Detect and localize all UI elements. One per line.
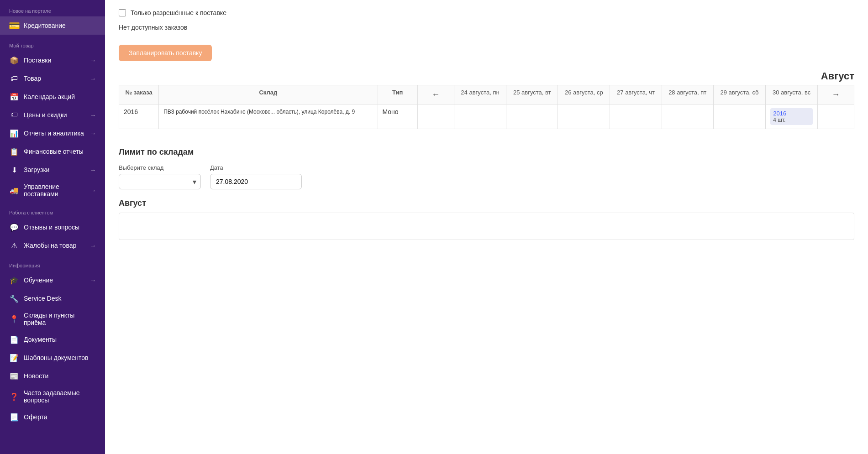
otchety-icon: 📊 <box>9 128 19 138</box>
dokumenty-icon: 📄 <box>9 334 19 344</box>
date-header-2: 26 августа, ср <box>558 85 610 104</box>
sidebar-item-label-upravlenie: Управление поставками <box>24 183 90 198</box>
zhaloby-arrow-icon: → <box>90 242 96 249</box>
calendar-wrapper: № заказа Склад Тип ← 24 августа, пн 25 а… <box>119 85 854 129</box>
main-content: Только разрешённые к поставке Нет доступ… <box>105 0 868 454</box>
calendar-month-title: Август <box>119 70 854 82</box>
sidebar-item-label-servicedesk: Service Desk <box>24 295 61 302</box>
tovar-arrow-icon: → <box>90 75 96 82</box>
filter-row: Только разрешённые к поставке <box>119 9 854 16</box>
sidebar-item-label-finansy: Финансовые отчеты <box>24 148 84 155</box>
finansy-icon: 📋 <box>9 146 19 157</box>
order-num-cell: 2016 <box>119 104 159 129</box>
obuchenie-arrow-icon: → <box>90 277 96 284</box>
sidebar-section-label: Мой товар <box>0 35 105 51</box>
otchety-arrow-icon: → <box>90 130 96 137</box>
date-cell-1 <box>506 104 558 129</box>
calendar-next-arrow-cell: → <box>818 85 854 104</box>
postavki-icon: 📦 <box>9 55 19 65</box>
sidebar-item-obuchenie[interactable]: 🎓Обучение→ <box>0 271 105 289</box>
sidebar-item-label-oferta: Оферта <box>24 413 47 421</box>
warehouse-field-group: Выберите склад ▾ <box>119 164 201 189</box>
warehouse-label: Выберите склад <box>119 164 201 171</box>
no-orders-message: Нет доступных заказов <box>119 24 854 31</box>
cell-order-ref: 2016 <box>773 110 810 117</box>
sidebar-item-label-obuchenie: Обучение <box>24 277 53 284</box>
date-header-3: 27 августа, чт <box>610 85 662 104</box>
limit-title: Лимит по складам <box>119 147 854 157</box>
date-cell-6: 20164 шт. <box>766 104 818 129</box>
date-cell-0 <box>454 104 506 129</box>
sidebar-section-label: Работа с клиентом <box>0 202 105 218</box>
row-arrow-placeholder <box>417 104 454 129</box>
sidebar-item-label-faq: Часто задаваемые вопросы <box>24 389 96 404</box>
august-section-title: Август <box>119 198 854 208</box>
sidebar-item-otchety[interactable]: 📊Отчеты и аналитика→ <box>0 124 105 142</box>
limit-section: Лимит по складам Выберите склад ▾ Дата А… <box>119 147 854 240</box>
col-header-warehouse: Склад <box>159 85 378 104</box>
calendar-prev-arrow-cell: ← <box>417 85 454 104</box>
schedule-delivery-button[interactable]: Запланировать поставку <box>119 45 212 61</box>
sidebar-item-sklady[interactable]: 📍Склады и пункты приёма <box>0 308 105 330</box>
sidebar-item-postavki[interactable]: 📦Поставки→ <box>0 51 105 69</box>
sidebar-item-dokumenty[interactable]: 📄Документы <box>0 330 105 349</box>
warehouse-cell: ПВЗ рабочий посёлок Нахабино (Московс...… <box>159 104 378 129</box>
calendar-next-button[interactable]: → <box>829 89 843 100</box>
sidebar-item-label-shablony: Шаблоны документов <box>24 354 89 361</box>
tseny-icon: 🏷 <box>9 110 19 120</box>
obuchenie-icon: 🎓 <box>9 275 19 285</box>
date-cell-5 <box>713 104 765 129</box>
delivery-calendar-table: № заказа Склад Тип ← 24 августа, пн 25 а… <box>119 85 854 129</box>
warehouse-select[interactable] <box>119 174 201 189</box>
sidebar-item-label-postavki: Поставки <box>24 57 51 64</box>
sidebar-item-otzvy[interactable]: 💬Отзывы и вопросы <box>0 218 105 236</box>
zhaloby-icon: ⚠ <box>9 240 19 250</box>
upravlenie-arrow-icon: → <box>90 187 96 194</box>
otzvy-icon: 💬 <box>9 222 19 232</box>
type-cell: Моно <box>378 104 417 129</box>
sidebar-item-kreditovanie[interactable]: 💳Кредитование <box>0 16 105 35</box>
sidebar-item-label-zagruzki: Загрузки <box>24 166 49 173</box>
date-label: Дата <box>210 164 302 171</box>
sidebar-item-label-tovar: Товар <box>24 75 41 82</box>
sidebar-item-label-tseny: Цены и скидки <box>24 111 67 119</box>
allowed-only-label: Только разрешённые к поставке <box>131 9 226 16</box>
col-header-type: Тип <box>378 85 417 104</box>
sidebar-item-label-novosti: Новости <box>24 372 48 380</box>
sidebar-item-kalendar[interactable]: 📅Календарь акций <box>0 88 105 106</box>
servicedesk-icon: 🔧 <box>9 293 19 303</box>
sidebar-item-label-kalendar: Календарь акций <box>24 93 75 100</box>
date-header-6: 30 августа, вс <box>766 85 818 104</box>
date-cell-2 <box>558 104 610 129</box>
sidebar-item-zhaloby[interactable]: ⚠Жалобы на товар→ <box>0 236 105 255</box>
sidebar-item-servicedesk[interactable]: 🔧Service Desk <box>0 289 105 308</box>
col-header-order: № заказа <box>119 85 159 104</box>
sidebar-item-tseny[interactable]: 🏷Цены и скидки→ <box>0 106 105 124</box>
sidebar: Новое на портале💳КредитованиеМой товар📦П… <box>0 0 105 454</box>
calendar-prev-button[interactable]: ← <box>429 89 442 100</box>
sidebar-item-faq[interactable]: ❓Часто задаваемые вопросы <box>0 385 105 408</box>
cell-qty: 4 шт. <box>773 117 810 123</box>
row-arrow-placeholder-right <box>818 104 854 129</box>
sidebar-item-label-zhaloby: Жалобы на товар <box>24 242 76 249</box>
sidebar-item-oferta[interactable]: 📃Оферта <box>0 408 105 426</box>
zagruzki-arrow-icon: → <box>90 167 96 173</box>
kreditovanie-icon: 💳 <box>9 21 19 31</box>
sidebar-item-finansy[interactable]: 📋Финансовые отчеты <box>0 142 105 161</box>
warehouse-select-wrapper: ▾ <box>119 174 201 189</box>
date-header-5: 29 августа, сб <box>713 85 765 104</box>
sidebar-section-label: Информация <box>0 255 105 271</box>
date-header-0: 24 августа, пн <box>454 85 506 104</box>
tseny-arrow-icon: → <box>90 112 96 119</box>
date-input[interactable] <box>210 174 302 189</box>
sidebar-item-label-sklady: Склады и пункты приёма <box>24 312 96 326</box>
sidebar-item-upravlenie[interactable]: 🚚Управление поставками→ <box>0 179 105 202</box>
sidebar-item-tovar[interactable]: 🏷Товар→ <box>0 69 105 88</box>
sidebar-item-zagruzki[interactable]: ⬇Загрузки→ <box>0 161 105 179</box>
zagruzki-icon: ⬇ <box>9 165 19 175</box>
date-header-4: 28 августа, пт <box>662 85 713 104</box>
august-table-placeholder <box>119 213 854 240</box>
sidebar-item-novosti[interactable]: 📰Новости <box>0 367 105 385</box>
sidebar-item-shablony[interactable]: 📝Шаблоны документов <box>0 349 105 367</box>
allowed-only-checkbox[interactable] <box>119 9 126 16</box>
